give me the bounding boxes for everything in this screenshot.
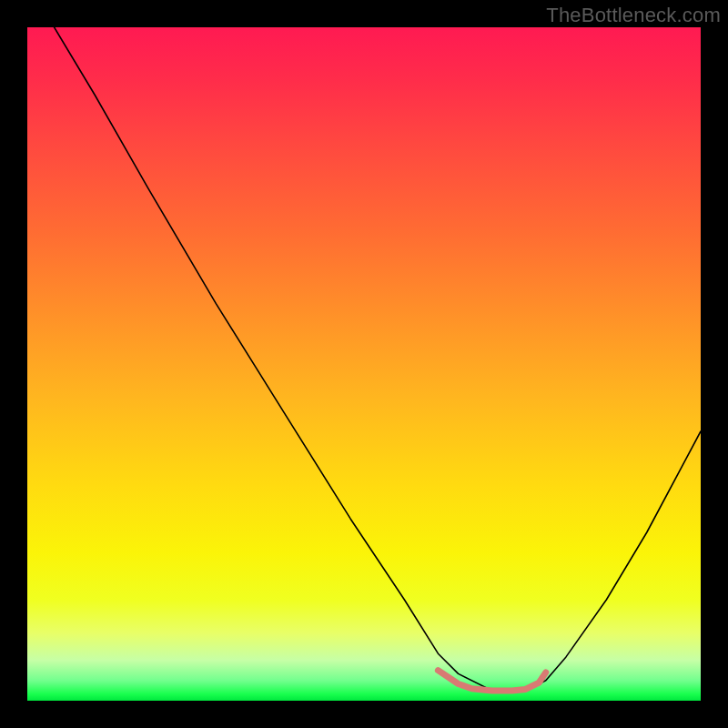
bottleneck-curve [55, 27, 701, 691]
watermark-text: TheBottleneck.com [546, 4, 721, 27]
chart-frame: TheBottleneck.com [0, 0, 728, 728]
curve-layer [27, 27, 701, 701]
bottom-accent [438, 671, 545, 691]
plot-area [27, 27, 701, 701]
